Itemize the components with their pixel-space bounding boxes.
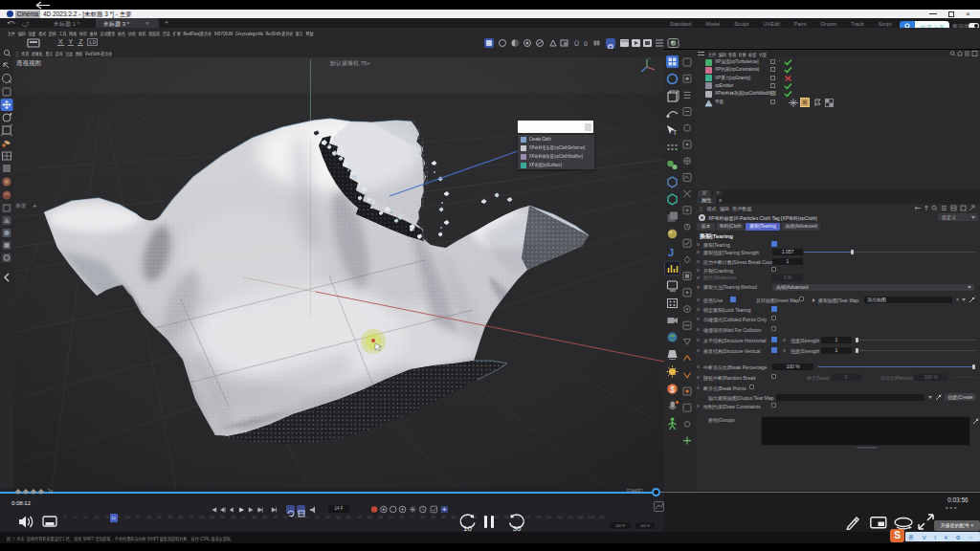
- svg-text:+: +: [33, 202, 37, 210]
- svg-text:透视视图: 透视视图: [16, 59, 41, 67]
- svg-text:30: 30: [513, 524, 522, 533]
- svg-text:ū: ū: [584, 40, 588, 47]
- svg-text:$: $: [670, 385, 675, 394]
- svg-text:T: T: [673, 129, 678, 136]
- svg-text:10: 10: [463, 524, 472, 533]
- svg-text:单缓: 单缓: [15, 203, 27, 209]
- svg-text:J: J: [668, 247, 674, 258]
- svg-text:Y: Y: [648, 57, 651, 60]
- svg-text:默认摄像机 75+: 默认摄像机 75+: [329, 60, 370, 66]
- svg-text:Ū: Ū: [574, 40, 579, 47]
